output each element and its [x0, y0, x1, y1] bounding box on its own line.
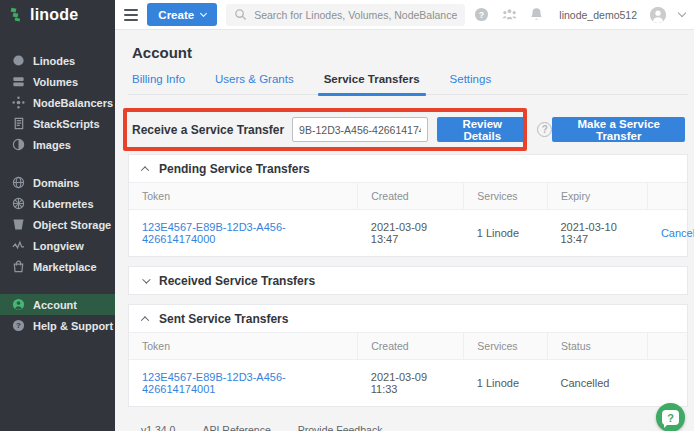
sent-status-cell: Cancelled — [547, 360, 647, 407]
sidebar-item-volumes[interactable]: Volumes — [0, 71, 115, 92]
receive-transfer-label: Receive a Service Transfer — [132, 123, 284, 137]
svg-text:?: ? — [16, 321, 21, 330]
sidebar-item-kubernetes[interactable]: Kubernetes — [0, 193, 115, 214]
volume-icon — [11, 75, 25, 89]
sidebar-item-help-support[interactable]: ? Help & Support — [0, 315, 115, 336]
collapse-chevron-icon — [141, 166, 149, 174]
sent-services-cell: 1 Linode — [464, 360, 548, 407]
bucket-icon — [11, 218, 25, 232]
receive-help-icon[interactable]: ? — [537, 122, 552, 137]
search-icon — [234, 8, 247, 21]
sent-transfers-table: Token Created Services Status 123E4567-E… — [129, 332, 687, 406]
receive-token-input[interactable] — [292, 117, 428, 142]
column-header-status: Status — [547, 333, 647, 360]
user-menu-chevron-icon[interactable] — [678, 9, 686, 17]
review-details-button[interactable]: Review Details — [437, 117, 527, 142]
search-input[interactable] — [254, 9, 457, 21]
sidebar-item-longview[interactable]: Longview — [0, 235, 115, 256]
tab-settings[interactable]: Settings — [450, 73, 492, 94]
pending-expiry-cell: 2021-03-10 13:47 — [547, 210, 647, 257]
make-service-transfer-button[interactable]: Make a Service Transfer — [552, 117, 685, 142]
column-header-created: Created — [358, 183, 464, 210]
column-header-expiry: Expiry — [547, 183, 647, 210]
chevron-down-icon — [200, 10, 207, 17]
page-title: Account — [132, 44, 688, 61]
help-icon: ? — [11, 319, 25, 333]
account-icon — [11, 298, 25, 312]
expand-chevron-icon — [142, 275, 150, 283]
sidebar-item-nodebalancers[interactable]: NodeBalancers — [0, 92, 115, 113]
collapse-chevron-icon — [141, 316, 149, 324]
column-header-services: Services — [464, 183, 548, 210]
nodebalancer-icon — [11, 96, 25, 110]
received-transfers-header[interactable]: Received Service Transfers — [129, 267, 687, 294]
username-label[interactable]: linode_demo512 — [559, 9, 637, 21]
column-header-created: Created — [358, 333, 464, 360]
menu-icon[interactable] — [124, 9, 138, 21]
provide-feedback-link[interactable]: Provide Feedback — [298, 424, 383, 431]
sidebar-item-stackscripts[interactable]: StackScripts — [0, 113, 115, 134]
kubernetes-icon — [11, 197, 25, 211]
column-header-token: Token — [129, 183, 358, 210]
sidebar-item-images[interactable]: Images — [0, 134, 115, 155]
linode-logo[interactable]: linode — [0, 0, 115, 30]
pending-token-link[interactable]: 123E4567-E89B-12D3-A456-426614174000 — [142, 221, 286, 245]
table-row: 123E4567-E89B-12D3-A456-426614174000 202… — [129, 210, 687, 257]
main-area: Create ? linode_demo512 — [115, 0, 694, 431]
sidebar-item-marketplace[interactable]: Marketplace — [0, 256, 115, 277]
pulse-icon — [11, 239, 25, 253]
community-icon[interactable] — [502, 8, 517, 21]
avatar[interactable] — [650, 7, 666, 23]
sent-created-cell: 2021-03-09 11:33 — [358, 360, 464, 407]
column-header-services: Services — [464, 333, 548, 360]
transfer-actions-row: Receive a Service Transfer Review Detail… — [128, 117, 688, 142]
sidebar-item-account[interactable]: Account — [0, 294, 115, 315]
linode-logo-text: linode — [30, 6, 78, 24]
sidebar-item-object-storage[interactable]: Object Storage — [0, 214, 115, 235]
notifications-bell-icon[interactable] — [530, 7, 543, 22]
tab-users-grants[interactable]: Users & Grants — [215, 73, 294, 94]
received-transfers-panel: Received Service Transfers — [128, 266, 688, 295]
chat-question-icon: ? — [662, 410, 679, 425]
api-reference-link[interactable]: API Reference — [202, 424, 270, 431]
help-circle-icon[interactable]: ? — [474, 7, 489, 22]
help-chat-button[interactable]: ? — [656, 403, 685, 431]
topbar-icons: ? linode_demo512 — [474, 7, 685, 23]
pending-transfers-table: Token Created Services Expiry 123E4567-E… — [129, 182, 687, 256]
globe-icon — [11, 176, 25, 190]
table-row: 123E4567-E89B-12D3-A456-426614174001 202… — [129, 360, 687, 407]
pending-transfers-header[interactable]: Pending Service Transfers — [129, 155, 687, 182]
cancel-transfer-link[interactable]: Cancel — [661, 227, 694, 239]
image-icon — [11, 138, 25, 152]
linode-icon — [11, 54, 25, 68]
sidebar: linode Linodes Volumes NodeBalancers — [0, 0, 115, 431]
stackscript-icon — [11, 117, 25, 131]
sidebar-nav: Linodes Volumes NodeBalancers StackScrip… — [0, 50, 115, 336]
pending-transfers-panel: Pending Service Transfers Token Created … — [128, 154, 688, 257]
column-header-token: Token — [129, 333, 358, 360]
pending-services-cell: 1 Linode — [464, 210, 548, 257]
sent-token-link[interactable]: 123E4567-E89B-12D3-A456-426614174001 — [142, 371, 286, 395]
page-content: Account Billing Info Users & Grants Serv… — [115, 30, 694, 431]
tab-service-transfers[interactable]: Service Transfers — [324, 73, 420, 94]
version-label: v1.34.0 — [141, 424, 175, 431]
create-button[interactable]: Create — [147, 3, 217, 26]
svg-text:?: ? — [479, 10, 484, 20]
bag-icon — [11, 260, 25, 274]
sent-transfers-header[interactable]: Sent Service Transfers — [129, 305, 687, 332]
tab-billing-info[interactable]: Billing Info — [132, 73, 185, 94]
sent-transfers-panel: Sent Service Transfers Token Created Ser… — [128, 304, 688, 407]
search-bar[interactable] — [226, 4, 465, 26]
tab-bar: Billing Info Users & Grants Service Tran… — [128, 73, 688, 95]
sidebar-item-domains[interactable]: Domains — [0, 172, 115, 193]
topbar: Create ? linode_demo512 — [115, 0, 694, 30]
linode-logo-icon — [9, 7, 25, 23]
app-window: linode Linodes Volumes NodeBalancers — [0, 0, 694, 431]
pending-created-cell: 2021-03-09 13:47 — [358, 210, 464, 257]
column-header-action — [648, 183, 687, 210]
sidebar-item-linodes[interactable]: Linodes — [0, 50, 115, 71]
footer: v1.34.0 API Reference Provide Feedback — [128, 407, 688, 431]
